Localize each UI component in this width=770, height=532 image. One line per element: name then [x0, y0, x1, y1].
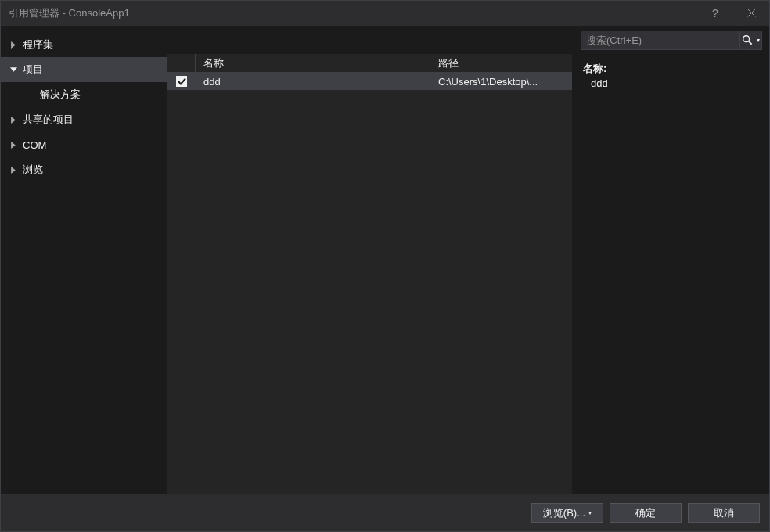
svg-point-2: [743, 35, 750, 41]
sidebar-sub-item-solution[interactable]: 解决方案: [1, 82, 167, 107]
sidebar: 程序集 项目 解决方案 共享的项目 COM 浏览: [1, 26, 167, 494]
column-header-label: 名称: [203, 56, 224, 70]
chevron-right-icon: [9, 115, 18, 124]
chevron-down-icon: ▾: [757, 37, 760, 44]
sidebar-item-browse[interactable]: 浏览: [1, 157, 167, 182]
details-name-value: ddd: [583, 77, 757, 89]
ok-button[interactable]: 确定: [610, 503, 682, 523]
sidebar-item-label: 共享的项目: [23, 113, 74, 127]
button-label: 浏览(B)...: [543, 506, 585, 520]
svg-line-3: [749, 41, 752, 44]
close-button[interactable]: [733, 1, 769, 26]
list-row-checkbox-col: [167, 76, 196, 87]
list-header: 名称 路径: [167, 54, 572, 73]
search-box: ▾: [581, 31, 762, 50]
chevron-down-icon: [9, 65, 18, 74]
search-button[interactable]: ▾: [739, 31, 761, 49]
list-header-name-col[interactable]: 名称: [196, 54, 430, 72]
main-area: 程序集 项目 解决方案 共享的项目 COM 浏览: [1, 26, 769, 494]
sidebar-item-projects[interactable]: 项目: [1, 57, 167, 82]
list-area: 名称 路径 ddd: [167, 54, 572, 494]
checkbox[interactable]: [176, 76, 187, 87]
sidebar-item-label: 项目: [23, 63, 43, 77]
help-button[interactable]: ?: [697, 1, 733, 26]
details-name-label: 名称:: [583, 62, 757, 76]
cancel-button[interactable]: 取消: [688, 503, 760, 523]
list-header-checkbox-col[interactable]: [167, 54, 196, 72]
list-row-path: C:\Users\1\Desktop\...: [430, 76, 572, 88]
chevron-right-icon: [9, 140, 18, 149]
browse-button[interactable]: 浏览(B)... ▾: [531, 503, 603, 523]
chevron-down-icon: ▾: [588, 509, 592, 516]
search-input[interactable]: [581, 34, 739, 46]
sidebar-item-label: COM: [23, 139, 46, 151]
search-row: ▾: [167, 26, 768, 54]
titlebar: 引用管理器 - ConsoleApp1 ?: [1, 1, 769, 26]
window-title: 引用管理器 - ConsoleApp1: [9, 6, 697, 20]
sidebar-item-assemblies[interactable]: 程序集: [1, 32, 167, 57]
chevron-right-icon: [9, 40, 18, 49]
button-label: 取消: [714, 506, 734, 520]
sidebar-item-label: 浏览: [23, 163, 43, 177]
sidebar-item-shared-projects[interactable]: 共享的项目: [1, 107, 167, 132]
close-icon: [747, 9, 756, 17]
checkmark-icon: [178, 77, 186, 86]
search-icon: [742, 34, 754, 46]
sidebar-item-label: 程序集: [23, 38, 53, 52]
sidebar-item-label: 解决方案: [40, 88, 81, 102]
chevron-right-icon: [9, 165, 18, 174]
details-panel: 名称: ddd: [572, 54, 768, 494]
button-bar: 浏览(B)... ▾ 确定 取消: [1, 494, 769, 531]
content-row: 名称 路径 ddd: [167, 54, 768, 494]
list-row-name: ddd: [196, 76, 430, 88]
column-header-label: 路径: [438, 56, 459, 70]
button-label: 确定: [635, 506, 656, 520]
list-row[interactable]: ddd C:\Users\1\Desktop\...: [167, 73, 572, 90]
list-header-path-col[interactable]: 路径: [430, 54, 572, 72]
sidebar-item-com[interactable]: COM: [1, 132, 167, 157]
center-area: ▾ 名称 路径: [167, 26, 769, 494]
